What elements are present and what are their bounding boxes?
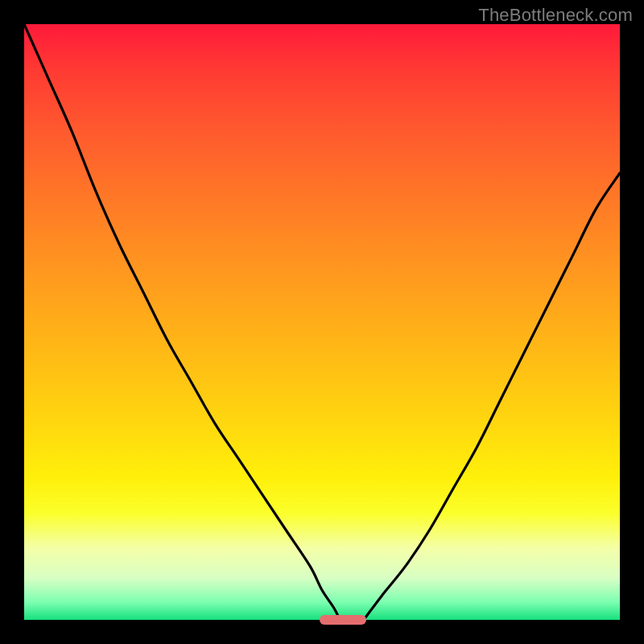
watermark-text: TheBottleneck.com: [478, 5, 633, 26]
right-branch-curve: [364, 173, 620, 620]
chart-frame: TheBottleneck.com: [0, 0, 644, 644]
plot-area: [24, 24, 620, 620]
trough-marker: [320, 615, 366, 625]
curve-layer: [24, 24, 620, 620]
left-branch-curve: [24, 24, 340, 620]
